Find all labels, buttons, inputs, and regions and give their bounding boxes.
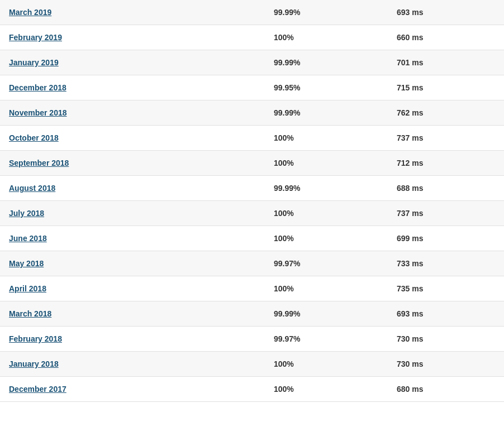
month-link[interactable]: December 2018 bbox=[9, 83, 66, 92]
table-row: May 201899.97%733 ms bbox=[0, 251, 504, 276]
response-cell: 693 ms bbox=[397, 309, 504, 318]
month-cell: February 2019 bbox=[6, 33, 274, 42]
uptime-cell: 100% bbox=[274, 284, 397, 293]
table-row: June 2018100%699 ms bbox=[0, 226, 504, 251]
table-row: February 2019100%660 ms bbox=[0, 25, 504, 50]
response-cell: 715 ms bbox=[397, 83, 504, 92]
month-cell: January 2019 bbox=[6, 58, 274, 67]
table-row: October 2018100%737 ms bbox=[0, 126, 504, 151]
table-row: January 201999.99%701 ms bbox=[0, 50, 504, 75]
uptime-cell: 99.97% bbox=[274, 334, 397, 343]
month-cell: March 2018 bbox=[6, 309, 274, 318]
month-cell: May 2018 bbox=[6, 259, 274, 268]
table-row: September 2018100%712 ms bbox=[0, 151, 504, 176]
month-link[interactable]: February 2019 bbox=[9, 33, 62, 42]
month-cell: September 2018 bbox=[6, 159, 274, 167]
table-row: January 2018100%730 ms bbox=[0, 352, 504, 377]
table-row: February 201899.97%730 ms bbox=[0, 327, 504, 352]
response-cell: 699 ms bbox=[397, 234, 504, 243]
response-cell: 712 ms bbox=[397, 159, 504, 167]
month-link[interactable]: July 2018 bbox=[9, 209, 44, 218]
month-link[interactable]: March 2019 bbox=[9, 8, 51, 17]
month-cell: October 2018 bbox=[6, 133, 274, 142]
uptime-cell: 100% bbox=[274, 385, 397, 394]
response-cell: 737 ms bbox=[397, 209, 504, 218]
month-cell: February 2018 bbox=[6, 334, 274, 343]
uptime-cell: 100% bbox=[274, 234, 397, 243]
month-link[interactable]: December 2017 bbox=[9, 385, 66, 394]
uptime-cell: 99.99% bbox=[274, 8, 397, 17]
response-cell: 737 ms bbox=[397, 133, 504, 142]
response-cell: 680 ms bbox=[397, 385, 504, 394]
table-row: August 201899.99%688 ms bbox=[0, 176, 504, 201]
month-link[interactable]: September 2018 bbox=[9, 159, 69, 167]
response-cell: 693 ms bbox=[397, 8, 504, 17]
month-cell: December 2018 bbox=[6, 83, 274, 92]
month-cell: July 2018 bbox=[6, 209, 274, 218]
month-link[interactable]: January 2019 bbox=[9, 58, 59, 67]
uptime-cell: 100% bbox=[274, 133, 397, 142]
uptime-cell: 100% bbox=[274, 159, 397, 167]
month-link[interactable]: March 2018 bbox=[9, 309, 51, 318]
month-link[interactable]: April 2018 bbox=[9, 284, 46, 293]
uptime-cell: 100% bbox=[274, 33, 397, 42]
table-row: April 2018100%735 ms bbox=[0, 276, 504, 301]
month-cell: April 2018 bbox=[6, 284, 274, 293]
uptime-cell: 100% bbox=[274, 209, 397, 218]
uptime-table: March 201999.99%693 msFebruary 2019100%6… bbox=[0, 0, 504, 402]
uptime-cell: 99.99% bbox=[274, 309, 397, 318]
table-row: March 201899.99%693 ms bbox=[0, 301, 504, 327]
response-cell: 733 ms bbox=[397, 259, 504, 268]
uptime-cell: 99.99% bbox=[274, 184, 397, 193]
month-link[interactable]: January 2018 bbox=[9, 359, 59, 368]
response-cell: 730 ms bbox=[397, 359, 504, 368]
month-cell: December 2017 bbox=[6, 385, 274, 394]
uptime-cell: 99.99% bbox=[274, 108, 397, 117]
month-link[interactable]: August 2018 bbox=[9, 184, 55, 193]
month-link[interactable]: June 2018 bbox=[9, 234, 47, 243]
uptime-cell: 100% bbox=[274, 359, 397, 368]
response-cell: 688 ms bbox=[397, 184, 504, 193]
month-link[interactable]: October 2018 bbox=[9, 133, 59, 142]
month-link[interactable]: February 2018 bbox=[9, 334, 62, 343]
month-cell: January 2018 bbox=[6, 359, 274, 368]
uptime-cell: 99.97% bbox=[274, 259, 397, 268]
table-row: November 201899.99%762 ms bbox=[0, 100, 504, 126]
month-cell: November 2018 bbox=[6, 108, 274, 117]
uptime-cell: 99.99% bbox=[274, 58, 397, 67]
response-cell: 762 ms bbox=[397, 108, 504, 117]
table-row: December 201899.95%715 ms bbox=[0, 75, 504, 100]
uptime-cell: 99.95% bbox=[274, 83, 397, 92]
month-cell: March 2019 bbox=[6, 8, 274, 17]
month-link[interactable]: May 2018 bbox=[9, 259, 44, 268]
table-row: July 2018100%737 ms bbox=[0, 201, 504, 226]
response-cell: 701 ms bbox=[397, 58, 504, 67]
response-cell: 730 ms bbox=[397, 334, 504, 343]
table-row: December 2017100%680 ms bbox=[0, 377, 504, 402]
response-cell: 660 ms bbox=[397, 33, 504, 42]
month-link[interactable]: November 2018 bbox=[9, 108, 67, 117]
table-row: March 201999.99%693 ms bbox=[0, 0, 504, 25]
month-cell: June 2018 bbox=[6, 234, 274, 243]
response-cell: 735 ms bbox=[397, 284, 504, 293]
month-cell: August 2018 bbox=[6, 184, 274, 193]
